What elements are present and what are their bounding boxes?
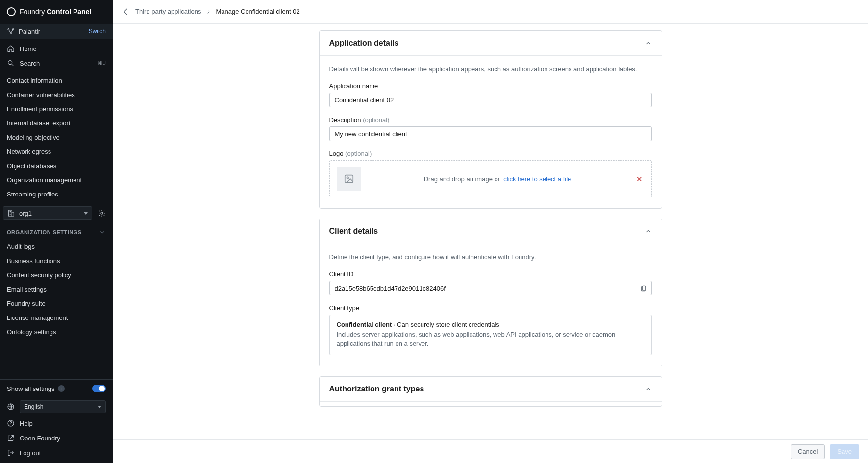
chevron-down-icon [99, 229, 106, 236]
sidebar-item-streaming-profiles[interactable]: Streaming profiles [0, 187, 113, 201]
sidebar-item-container-vulnerabilities[interactable]: Container vulnerabilities [0, 88, 113, 102]
sidebar-item-organization-management[interactable]: Organization management [0, 173, 113, 187]
org-selector[interactable]: org1 [3, 206, 92, 220]
svg-rect-10 [345, 175, 353, 183]
app-name-field: Application name [329, 82, 652, 107]
search-shortcut: ⌘J [97, 60, 106, 67]
open-foundry-link[interactable]: Open Foundry [0, 431, 113, 445]
help-link[interactable]: Help [0, 416, 113, 431]
language-selector[interactable]: English [20, 400, 106, 413]
brand-bold: Control Panel [47, 8, 91, 16]
sidebar-item-ontology-settings[interactable]: Ontology settings [0, 325, 113, 339]
card-title: Application details [329, 39, 399, 48]
caret-down-icon [84, 212, 88, 215]
sidebar-item-foundry-suite[interactable]: Foundry suite [0, 296, 113, 311]
dropzone-clear-button[interactable]: ✕ [634, 173, 645, 185]
sidebar-item-email-settings[interactable]: Email settings [0, 282, 113, 296]
tenant-switch[interactable]: Switch [89, 28, 106, 35]
sidebar-footer: Show all settings i English Help Open Fo… [0, 379, 113, 463]
app-name-input[interactable] [329, 93, 652, 107]
dropzone-text: Drag and drop an image or click here to … [368, 175, 627, 183]
client-id-field: Client ID d2a15e58b65cdb1d47d2e9011c8240… [329, 270, 652, 295]
tenant-name: Palantir [19, 28, 40, 35]
content-scroll[interactable]: Application details Details will be show… [113, 24, 868, 439]
sidebar-item-contact-information[interactable]: Contact information [0, 73, 113, 88]
svg-rect-12 [643, 286, 646, 291]
sidebar-item-home[interactable]: Home [0, 41, 113, 56]
sidebar-item-business-functions[interactable]: Business functions [0, 254, 113, 268]
svg-point-3 [8, 61, 12, 65]
sidebar: Foundry Control Panel Palantir Switch Ho… [0, 0, 113, 463]
sidebar-item-content-security-policy[interactable]: Content security policy [0, 268, 113, 282]
org-icon [7, 209, 15, 217]
chevron-right-icon [206, 9, 211, 14]
client-id-copy-button[interactable] [636, 281, 651, 295]
sidebar-item-audit-logs[interactable]: Audit logs [0, 240, 113, 254]
sidebar-item-object-databases[interactable]: Object databases [0, 159, 113, 173]
search-icon [7, 59, 15, 67]
tenant-icon [7, 27, 15, 35]
card-title: Authorization grant types [329, 385, 424, 393]
language-row: English [0, 397, 113, 416]
sidebar-item-license-management[interactable]: License management [0, 311, 113, 325]
client-details-header[interactable]: Client details [320, 219, 662, 244]
external-link-icon [7, 434, 15, 442]
org-settings-header-label: ORGANIZATION SETTINGS [7, 229, 82, 235]
back-arrow-icon[interactable] [122, 7, 130, 16]
main: Third party applications Manage Confiden… [113, 0, 868, 463]
auth-grant-card: Authorization grant types [319, 376, 662, 407]
chevron-up-icon [645, 228, 652, 235]
app-description-field: Description (optional) [329, 116, 652, 141]
breadcrumb-parent[interactable]: Third party applications [135, 8, 201, 15]
sidebar-item-network-egress[interactable]: Network egress [0, 145, 113, 159]
sidebar-item-modeling-objective[interactable]: Modeling objective [0, 130, 113, 145]
org-settings-header[interactable]: ORGANIZATION SETTINGS [0, 225, 113, 240]
cancel-button[interactable]: Cancel [791, 444, 825, 459]
sidebar-item-internal-dataset-export[interactable]: Internal dataset export [0, 116, 113, 130]
logout-icon [7, 449, 15, 457]
auth-grant-header[interactable]: Authorization grant types [320, 377, 662, 401]
svg-point-6 [101, 212, 103, 214]
app-details-help: Details will be shown wherever the appli… [329, 65, 652, 73]
tenant-row: Palantir Switch [0, 24, 113, 39]
brand-light: Foundry [20, 8, 45, 16]
image-icon [344, 173, 354, 184]
app-logo-field: Logo (optional) Drag and drop an image o… [329, 150, 652, 197]
app-description-label: Description (optional) [329, 116, 652, 123]
caret-down-icon [98, 406, 101, 408]
client-type-field: Client type Confidential client · Can se… [329, 304, 652, 355]
app-description-input[interactable] [329, 126, 652, 141]
application-details-header[interactable]: Application details [320, 31, 662, 55]
client-details-help: Define the client type, and configure ho… [329, 253, 652, 262]
save-button[interactable]: Save [830, 444, 859, 459]
breadcrumb: Third party applications Manage Confiden… [113, 0, 868, 24]
client-id-value: d2a15e58b65cdb1d47d2e9011c82406f [330, 285, 636, 292]
info-icon[interactable]: i [58, 385, 65, 392]
dropzone-browse-link[interactable]: click here to select a file [503, 175, 571, 183]
action-bar: Cancel Save [113, 439, 868, 463]
globe-icon [7, 403, 15, 411]
org-settings-gear[interactable] [96, 207, 108, 219]
sidebar-item-search[interactable]: Search ⌘J [0, 56, 113, 71]
card-title: Client details [329, 227, 378, 236]
client-id-row: d2a15e58b65cdb1d47d2e9011c82406f [329, 281, 652, 295]
logo-dropzone[interactable]: Drag and drop an image or click here to … [329, 160, 652, 197]
org-picker-row: org1 [0, 201, 113, 225]
show-all-settings-row: Show all settings i [0, 380, 113, 397]
svg-rect-5 [12, 212, 14, 216]
logout-label: Log out [20, 449, 41, 457]
show-all-label: Show all settings [7, 385, 55, 392]
home-icon [7, 45, 15, 52]
logout-link[interactable]: Log out [0, 445, 113, 460]
show-all-toggle[interactable] [92, 385, 106, 392]
sidebar-item-enrollment-permissions[interactable]: Enrollment permissions [0, 102, 113, 116]
client-type-title-row: Confidential client · Can securely store… [337, 321, 645, 328]
client-details-card: Client details Define the client type, a… [319, 219, 662, 366]
brand: Foundry Control Panel [0, 0, 113, 24]
language-label: English [24, 403, 43, 410]
help-label: Help [20, 420, 33, 427]
sidebar-item-label: Home [20, 45, 37, 52]
client-type-box: Confidential client · Can securely store… [329, 315, 652, 355]
clipboard-icon [640, 285, 647, 292]
client-id-label: Client ID [329, 270, 652, 278]
